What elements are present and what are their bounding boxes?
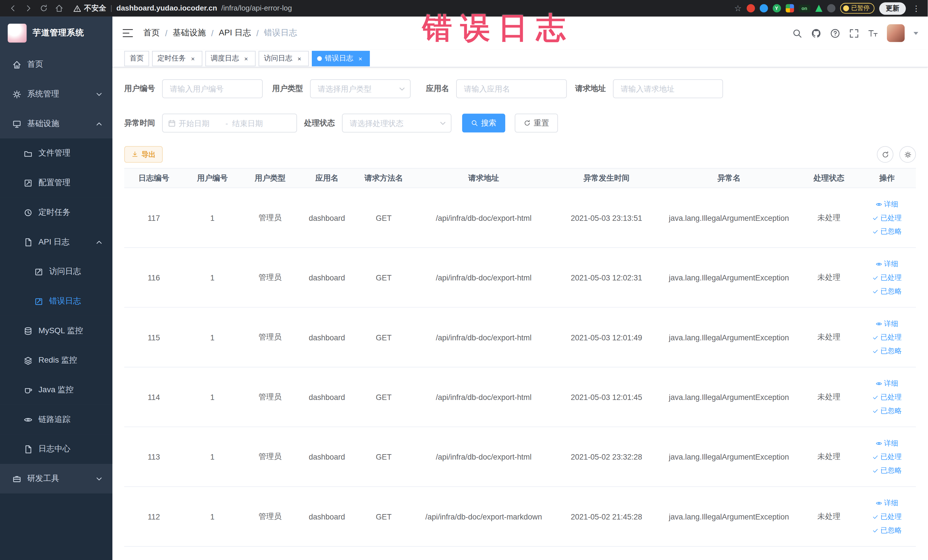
- mark-ignored-link[interactable]: 已忽略: [872, 286, 902, 296]
- close-icon[interactable]: ×: [242, 54, 250, 63]
- cell-app-name: dashboard: [299, 452, 355, 461]
- sidebar-item-dev-tools[interactable]: 研发工具: [0, 464, 112, 493]
- mark-processed-link[interactable]: 已处理: [872, 213, 902, 223]
- browser-menu-icon[interactable]: ⋮: [911, 4, 922, 12]
- tab-scheduled-tasks[interactable]: 定时任务 ×: [152, 50, 202, 66]
- mark-processed-link[interactable]: 已处理: [872, 392, 902, 402]
- cell-user-id: 1: [183, 392, 241, 401]
- font-size-icon[interactable]: [868, 28, 878, 38]
- paused-badge[interactable]: 已暂停: [840, 3, 875, 14]
- sidebar-item-api-logs[interactable]: API 日志: [0, 227, 112, 257]
- mark-ignored-link[interactable]: 已忽略: [872, 406, 902, 416]
- detail-link[interactable]: 详细: [876, 378, 898, 388]
- extension-icon[interactable]: on: [798, 5, 810, 12]
- extension-icon[interactable]: [759, 4, 768, 12]
- detail-link[interactable]: 详细: [876, 319, 898, 329]
- extension-icon[interactable]: [815, 5, 822, 12]
- github-icon[interactable]: [811, 28, 821, 38]
- process-status-select[interactable]: [342, 113, 452, 132]
- mark-processed-link[interactable]: 已处理: [872, 333, 902, 342]
- cell-actions: 详细 已处理 已忽略: [858, 378, 916, 416]
- tab-home[interactable]: 首页: [124, 50, 149, 66]
- breadcrumb-item[interactable]: 基础设施: [172, 27, 206, 38]
- cell-request-url: /api/infra/db-doc/export-html: [412, 273, 555, 282]
- sidebar-item-access-log[interactable]: 访问日志: [0, 257, 112, 287]
- cell-log-id: 114: [124, 392, 183, 401]
- detail-link[interactable]: 详细: [876, 259, 898, 269]
- gear-icon: [904, 151, 911, 158]
- tab-schedule-log[interactable]: 调度日志 ×: [205, 50, 256, 66]
- breadcrumb-item[interactable]: API 日志: [219, 27, 251, 38]
- user-type-select[interactable]: [310, 79, 411, 98]
- mark-ignored-link[interactable]: 已忽略: [872, 465, 902, 475]
- user-type-label: 用户类型: [272, 83, 303, 94]
- sidebar-item-config-mgmt[interactable]: 配置管理: [0, 168, 112, 198]
- address-bar[interactable]: 不安全 | dashboard.yudao.iocoder.cn/infra/l…: [73, 3, 733, 13]
- fullscreen-icon[interactable]: [849, 28, 859, 38]
- sidebar-item-java-monitor[interactable]: Java 监控: [0, 375, 112, 405]
- reload-icon[interactable]: [37, 2, 51, 15]
- home-icon: [12, 60, 21, 69]
- sidebar-item-redis-monitor[interactable]: Redis 监控: [0, 345, 112, 375]
- mark-ignored-link[interactable]: 已忽略: [872, 226, 902, 236]
- column-settings-button[interactable]: [899, 146, 916, 163]
- mark-processed-link[interactable]: 已处理: [872, 272, 902, 282]
- extension-icon[interactable]: Y: [772, 4, 781, 12]
- sidebar-item-home[interactable]: 首页: [0, 50, 112, 79]
- refresh-table-button[interactable]: [877, 146, 893, 163]
- update-button[interactable]: 更新: [879, 2, 906, 15]
- cell-user-type: 管理员: [241, 272, 299, 283]
- sidebar-item-file-mgmt[interactable]: 文件管理: [0, 138, 112, 168]
- extension-icon[interactable]: [785, 4, 794, 12]
- extension-icon[interactable]: [827, 4, 835, 12]
- avatar[interactable]: [887, 24, 905, 42]
- avatar-caret-icon[interactable]: [913, 32, 918, 35]
- close-icon[interactable]: ×: [356, 54, 365, 63]
- mark-ignored-link[interactable]: 已忽略: [872, 346, 902, 356]
- hamburger-icon[interactable]: [122, 27, 133, 39]
- request-url-input[interactable]: [613, 79, 723, 98]
- close-icon[interactable]: ×: [189, 54, 197, 63]
- extension-icon[interactable]: [746, 4, 754, 12]
- sidebar-item-mysql-monitor[interactable]: MySQL 监控: [0, 316, 112, 346]
- reset-button[interactable]: 重置: [514, 113, 558, 132]
- detail-link[interactable]: 详细: [876, 438, 898, 448]
- user-id-input[interactable]: [162, 79, 263, 98]
- process-status-label: 处理状态: [304, 118, 335, 128]
- export-button[interactable]: 导出: [124, 146, 163, 163]
- cell-user-type: 管理员: [241, 511, 299, 522]
- table-toolbar: 导出: [124, 146, 916, 163]
- app-name-input[interactable]: [456, 79, 567, 98]
- detail-link[interactable]: 详细: [876, 498, 898, 508]
- home-nav-icon[interactable]: [52, 2, 66, 15]
- sidebar-item-scheduled-tasks[interactable]: 定时任务: [0, 198, 112, 227]
- sidebar-item-system[interactable]: 系统管理: [0, 79, 112, 109]
- sidebar-item-tracing[interactable]: 链路追踪: [0, 405, 112, 435]
- mark-processed-link[interactable]: 已处理: [872, 511, 902, 522]
- start-date-input[interactable]: [179, 119, 221, 128]
- mark-ignored-link[interactable]: 已忽略: [872, 525, 902, 535]
- breadcrumb-item[interactable]: 首页: [143, 27, 160, 38]
- warning-icon: [73, 5, 81, 12]
- tab-access-log[interactable]: 访问日志 ×: [258, 50, 309, 66]
- back-icon[interactable]: [6, 2, 20, 15]
- mark-processed-link[interactable]: 已处理: [872, 452, 902, 462]
- sidebar-item-label: 错误日志: [49, 296, 81, 307]
- bookmark-icon[interactable]: ☆: [734, 4, 742, 12]
- search-icon[interactable]: [792, 28, 802, 38]
- sidebar-item-error-log[interactable]: 错误日志: [0, 287, 112, 316]
- tab-error-log[interactable]: 错误日志 ×: [312, 50, 370, 66]
- sidebar-item-log-center[interactable]: 日志中心: [0, 434, 112, 464]
- exception-time-range-picker[interactable]: -: [162, 113, 297, 132]
- search-button[interactable]: 搜索: [462, 113, 505, 132]
- check-icon: [872, 215, 879, 221]
- sidebar-item-infra[interactable]: 基础设施: [0, 109, 112, 139]
- forward-icon[interactable]: [21, 2, 36, 15]
- not-secure-label[interactable]: 不安全: [73, 3, 106, 13]
- end-date-input[interactable]: [232, 119, 275, 128]
- sidebar-logo: 芋道管理系统: [0, 17, 112, 50]
- help-icon[interactable]: [830, 28, 840, 38]
- cell-status: 未处理: [800, 272, 858, 283]
- close-icon[interactable]: ×: [295, 54, 304, 63]
- detail-link[interactable]: 详细: [876, 199, 898, 209]
